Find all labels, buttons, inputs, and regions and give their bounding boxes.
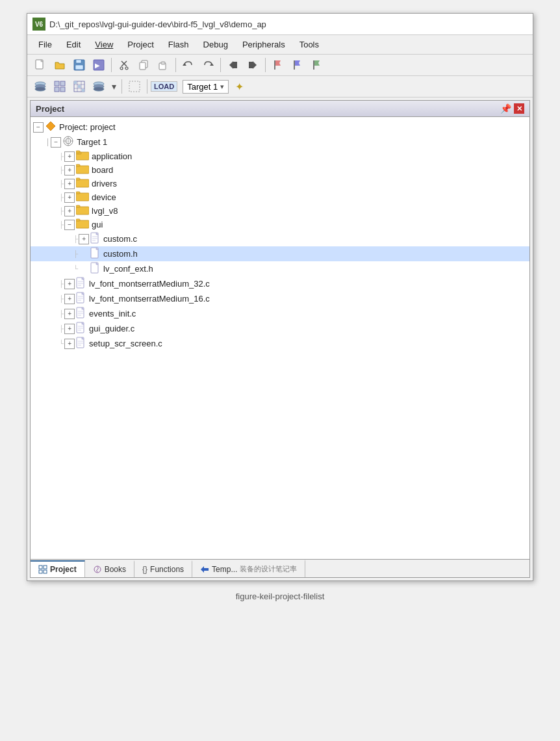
sparkle-button[interactable]: ✦ <box>230 78 248 95</box>
flag2-button[interactable] <box>288 57 307 73</box>
dotted-button[interactable] <box>125 78 144 95</box>
svg-rect-27 <box>55 81 59 86</box>
customh-file-icon <box>90 247 101 261</box>
svg-rect-3 <box>76 60 81 63</box>
paste-button[interactable] <box>154 57 172 73</box>
back-button[interactable] <box>224 57 242 73</box>
svg-point-41 <box>94 87 104 91</box>
svg-rect-42 <box>129 81 140 92</box>
flag1-button[interactable] <box>269 57 287 73</box>
svg-rect-56 <box>76 193 89 201</box>
tree-events-init[interactable]: ├ + events_init.c <box>31 306 529 321</box>
lvgl-expander[interactable]: + <box>64 206 75 216</box>
tree-application[interactable]: ├ + application <box>31 150 529 163</box>
svg-marker-16 <box>210 63 214 66</box>
tree-root[interactable]: − Project: project <box>31 120 529 135</box>
tree-target1[interactable]: │ − Target 1 <box>31 135 529 150</box>
dropdown-chevron-icon[interactable]: ▾ <box>220 83 224 91</box>
board-folder-icon <box>76 164 89 176</box>
dropdown-arrow-button[interactable]: ▾ <box>109 78 118 95</box>
gui-expander[interactable]: − <box>64 220 75 230</box>
tree-gui-guider[interactable]: ├ + gui_guider.c <box>31 321 529 336</box>
gui-folder-icon <box>76 218 89 231</box>
vline6: ├ <box>59 207 64 214</box>
font32-file-icon <box>76 277 86 291</box>
tree-lvgl-v8[interactable]: ├ + lvgl_v8 <box>31 204 529 218</box>
tab-functions[interactable]: {} Functions <box>134 560 192 577</box>
toolbar-row2: ▾ LOAD Target 1 ▾ ✦ <box>27 76 533 98</box>
tree-font32[interactable]: ├ + lv_font_montserratMedium_32.c <box>31 276 529 291</box>
svg-point-10 <box>125 67 128 70</box>
menu-view[interactable]: View <box>89 37 119 52</box>
device-label: device <box>92 192 116 202</box>
device-folder-icon <box>76 191 89 203</box>
app-expander[interactable]: + <box>64 151 75 162</box>
tab-project[interactable]: Project <box>31 560 85 577</box>
tree-drivers[interactable]: ├ + drivers <box>31 177 529 190</box>
root-expander[interactable]: − <box>33 122 44 133</box>
svg-point-9 <box>120 67 123 70</box>
menu-edit[interactable]: Edit <box>60 37 86 52</box>
menu-project[interactable]: Project <box>121 37 159 52</box>
copy-button[interactable] <box>134 57 153 73</box>
menu-flash[interactable]: Flash <box>162 37 195 52</box>
save-button[interactable] <box>70 57 88 73</box>
guiguider-expander[interactable]: + <box>64 324 75 334</box>
target-label: Target 1 <box>187 82 218 92</box>
layers2-button[interactable] <box>90 78 108 95</box>
svg-rect-99 <box>44 570 47 573</box>
font32-expander[interactable]: + <box>64 279 75 289</box>
undo-button[interactable] <box>179 57 197 73</box>
vline9: ├ <box>73 250 78 257</box>
customc-label: custom.c <box>103 234 137 244</box>
tree-custom-h[interactable]: ├ custom.h <box>31 246 529 261</box>
target-expander[interactable]: − <box>51 137 61 148</box>
close-button[interactable]: ✕ <box>514 103 524 114</box>
menu-debug[interactable]: Debug <box>197 37 234 52</box>
target-dropdown[interactable]: Target 1 ▾ <box>183 80 229 94</box>
svg-rect-55 <box>76 178 80 180</box>
font16-expander[interactable]: + <box>64 294 75 304</box>
customc-expander[interactable]: + <box>79 234 89 244</box>
separator3 <box>220 58 221 72</box>
cut-button[interactable] <box>115 57 133 73</box>
board-expander[interactable]: + <box>64 165 75 176</box>
forward-button[interactable] <box>244 57 262 73</box>
svg-rect-4 <box>75 65 83 70</box>
tab-templates[interactable]: Temp... 装备的设计笔记率 <box>192 560 305 577</box>
tree-board[interactable]: ├ + board <box>31 163 529 177</box>
tree-device[interactable]: ├ + device <box>31 190 529 204</box>
events-expander[interactable]: + <box>64 309 75 319</box>
menu-peripherals[interactable]: Peripherals <box>236 37 291 52</box>
tree-lv-conf-ext[interactable]: └ lv_conf_ext.h <box>31 261 529 276</box>
grid2-button[interactable] <box>70 78 88 95</box>
grid1-button[interactable] <box>51 78 69 95</box>
redo-button[interactable] <box>199 57 217 73</box>
device-expander[interactable]: + <box>64 192 75 203</box>
tab-books[interactable]: Books <box>85 560 134 577</box>
pin-icon[interactable]: 📌 <box>500 103 511 114</box>
vline2: ├ <box>59 153 64 160</box>
lvgl-folder-icon <box>76 205 89 217</box>
menu-file[interactable]: File <box>32 37 58 52</box>
svg-rect-14 <box>161 62 165 64</box>
tree-gui[interactable]: ├ − gui <box>31 218 529 231</box>
tree-font16[interactable]: ├ + lv_font_montserratMedium_16.c <box>31 291 529 306</box>
svg-marker-17 <box>229 61 233 69</box>
menu-tools[interactable]: Tools <box>294 37 325 52</box>
svg-marker-19 <box>253 61 257 69</box>
setupscr-expander[interactable]: + <box>64 339 75 349</box>
tree-custom-c[interactable]: ├ + custom.c <box>31 231 529 246</box>
new-button[interactable] <box>31 57 49 73</box>
drivers-expander[interactable]: + <box>64 179 75 189</box>
flag3-button[interactable] <box>308 57 326 73</box>
layers-button[interactable] <box>31 78 49 95</box>
tree-setup-scr[interactable]: └ + setup_scr_screen.c <box>31 336 529 351</box>
guiguider-label: gui_guider.c <box>89 324 134 333</box>
board-label: board <box>92 165 113 175</box>
open-button[interactable] <box>51 57 69 73</box>
project-icon <box>45 120 57 134</box>
build-button[interactable]: ▶ <box>90 57 108 73</box>
title-bar-text: D:\_git_repos\lvgl-gui-guider-dev\bird-f… <box>49 20 266 29</box>
tab-templates-label: Temp... <box>212 565 237 574</box>
